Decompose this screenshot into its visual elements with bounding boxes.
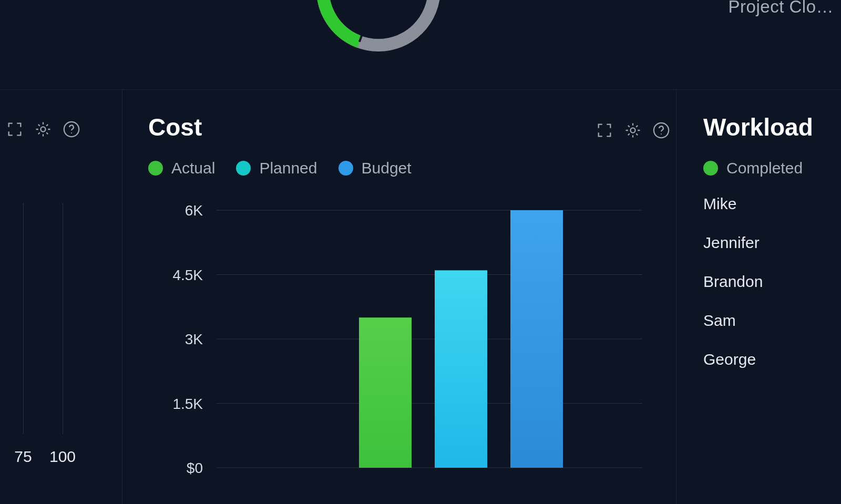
workload-person: Mike	[703, 195, 763, 213]
gear-icon[interactable]	[623, 121, 642, 140]
svg-point-3	[40, 127, 45, 131]
cost-panel-controls	[595, 121, 671, 140]
legend-swatch	[148, 161, 163, 176]
expand-icon[interactable]	[5, 120, 24, 139]
workload-person: Sam	[703, 312, 763, 330]
prev-chart-xaxis-fragment: 75 100	[13, 203, 97, 466]
expand-icon[interactable]	[595, 121, 614, 140]
help-icon[interactable]	[62, 120, 81, 139]
panel-title-cost: Cost	[148, 113, 202, 141]
legend-swatch	[703, 161, 718, 176]
legend-item-budget[interactable]: Budget	[339, 159, 412, 177]
panel-title-workload: Workload	[703, 113, 813, 141]
svg-text:1.5K: 1.5K	[172, 396, 203, 412]
help-icon[interactable]	[652, 121, 671, 140]
cost-bar-actual[interactable]	[359, 317, 412, 468]
legend-label: Actual	[171, 159, 215, 177]
workload-legend: Completed	[703, 159, 803, 177]
legend-swatch	[339, 161, 353, 176]
legend-swatch	[236, 161, 251, 176]
legend-item-planned[interactable]: Planned	[236, 159, 317, 177]
svg-text:3K: 3K	[185, 331, 203, 347]
svg-point-6	[630, 128, 635, 132]
row-divider	[0, 89, 841, 90]
donut-partial	[315, 0, 442, 53]
workload-people-list: Mike Jennifer Brandon Sam George	[703, 195, 763, 368]
svg-text:6K: 6K	[185, 202, 203, 219]
workload-person: Jennifer	[703, 234, 763, 252]
svg-point-5	[71, 132, 72, 133]
workload-panel: Workload Completed Mike Jennifer Brandon…	[701, 92, 841, 504]
cost-legend: Actual Planned Budget	[148, 159, 412, 177]
legend-label: Planned	[259, 159, 317, 177]
cost-bar-chart: $01.5K3K4.5K6K	[148, 194, 658, 499]
svg-point-8	[661, 133, 662, 135]
legend-item-actual[interactable]: Actual	[148, 159, 215, 177]
xaxis-tick: 100	[49, 448, 76, 466]
legend-label: Budget	[362, 159, 412, 177]
cost-panel: Cost Actual	[122, 92, 674, 504]
left-panel-controls	[5, 120, 81, 139]
xaxis-tick: 75	[14, 448, 32, 466]
svg-text:4.5K: 4.5K	[172, 267, 203, 283]
gear-icon[interactable]	[34, 120, 53, 139]
cost-bar-budget[interactable]	[510, 210, 563, 468]
col-divider-right	[676, 89, 676, 504]
svg-text:$0: $0	[187, 460, 203, 476]
legend-label: Completed	[726, 159, 803, 177]
workload-person: George	[703, 351, 763, 368]
workload-person: Brandon	[703, 273, 763, 291]
dashboard-canvas: Project Clo… 75 100 Cost	[0, 0, 841, 504]
top-partial-label: Project Clo…	[729, 0, 834, 17]
legend-item-completed[interactable]: Completed	[703, 159, 803, 177]
cost-bar-planned[interactable]	[435, 270, 487, 468]
